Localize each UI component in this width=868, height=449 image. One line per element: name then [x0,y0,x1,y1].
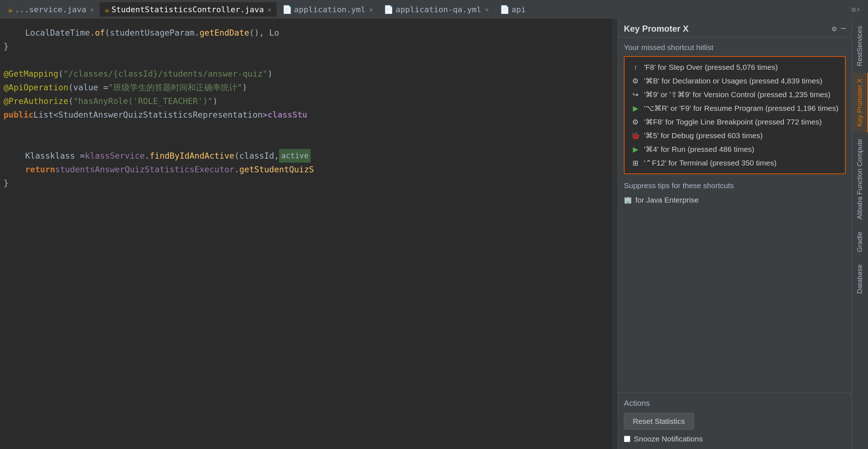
hitlist-item-7: ▶ '⌘4' for Run (pressed 486 times) [625,142,845,156]
tab-service-label: ...service.java [15,5,86,14]
code-line-4: @GetMapping("/classes/{classId}/students… [0,67,618,81]
code-line-7: public List<StudentAnswerQuizStatisticsR… [0,108,618,122]
hitlist-icon-7: ▶ [630,145,640,154]
suppress-title: Suppress tips for these shortcuts [624,181,846,190]
hitlist-text-3: '⌘9' or '⇧⌘9' for Version Control (press… [644,90,830,99]
hitlist-text-6: '⌘5' for Debug (pressed 603 times) [644,131,763,140]
right-tab-alibaba[interactable]: Alibaba Function Compute [852,133,868,225]
hitlist-icon-5: ⚙ [630,118,640,126]
tab-service-icon: ☕ [8,5,13,14]
hitlist-item-1: ↑ 'F8' for Step Over (pressed 5,076 time… [625,60,845,74]
hitlist-icon-8: ⊞ [630,159,640,167]
hitlist-text-1: 'F8' for Step Over (pressed 5,076 times) [644,63,778,72]
suppress-text-1: for Java Enterprise [635,196,699,204]
main-area: LocalDateTime.of(studentUsageParam.getEn… [0,19,868,449]
tab-controller-icon: ☕ [105,5,109,14]
tab-api[interactable]: 📄 api [495,2,531,17]
actions-title: Actions [624,399,846,408]
tab-controller-close[interactable]: × [268,6,271,13]
actions-section: Actions Reset Statistics Snooze Notifica… [618,393,851,449]
suppress-item-1: 🏢 for Java Enterprise [624,194,846,206]
hitlist-text-8: '⌃F12' for Terminal (pressed 350 times) [644,159,777,167]
tab-bar: ☕ ...service.java × ☕ StudentStatisticsC… [0,0,868,19]
right-tabs: RestServices Key Promoter X Alibaba Func… [851,19,868,449]
code-line-11: return studentsAnswerQuizStatisticsExecu… [0,163,618,176]
code-line-5: @ApiOperation(value = "班级学生的答题时间和正确率统计") [0,81,618,94]
hitlist-box: ↑ 'F8' for Step Over (pressed 5,076 time… [624,56,846,174]
hitlist-item-6: 🐞 '⌘5' for Debug (pressed 603 times) [625,129,845,142]
hitlist-text-5: '⌘F8' for Toggle Line Breakpoint (presse… [644,118,822,126]
right-tab-database[interactable]: Database [852,259,868,299]
right-tab-key-promoter-x[interactable]: Key Promoter X [852,73,868,132]
snooze-checkbox[interactable] [624,436,630,442]
suppress-icon-1: 🏢 [624,196,632,204]
hitlist-icon-4: ▶ [630,104,640,113]
hitlist-item-2: ⚙ '⌘B' for Declaration or Usages (presse… [625,74,845,88]
tab-api-label: api [512,5,526,14]
kpx-title: Key Promoter X [624,24,689,34]
suppress-section: Suppress tips for these shortcuts 🏢 for … [624,181,846,206]
hitlist-item-5: ⚙ '⌘F8' for Toggle Line Breakpoint (pres… [625,115,845,129]
hitlist-section-title: Your missed shortcut hitlist [624,43,846,52]
code-line-12: } [0,176,618,190]
snooze-row: Snooze Notifications [624,435,846,443]
code-line-6: @PreAuthorize("hasAnyRole('ROLE_TEACHER'… [0,94,618,108]
snooze-label[interactable]: Snooze Notifications [634,435,703,443]
tab-service-close[interactable]: × [90,6,94,13]
right-tab-rest-services[interactable]: RestServices [852,20,868,72]
kpx-header: Key Promoter X ⚙ ─ [618,19,851,37]
tab-appqayml-close[interactable]: × [485,6,489,13]
tab-appyml[interactable]: 📄 application.yml × [277,2,378,17]
tab-controller-label: StudentStatisticsController.java [111,5,264,14]
hitlist-item-3: ↪ '⌘9' or '⇧⌘9' for Version Control (pre… [625,88,845,101]
tab-appyml-close[interactable]: × [369,6,373,13]
minimize-icon[interactable]: ─ [841,24,846,33]
hitlist-text-4: '⌥⌘R' or 'F9' for Resume Program (presse… [644,104,839,113]
code-line-9 [0,135,618,149]
hitlist-icon-6: 🐞 [630,131,640,140]
breadcrumb-indicator[interactable]: ≡⚡ [847,5,865,14]
code-line-10: Klass klass = klassService.findByIdAndAc… [0,149,618,163]
tab-appyml-label: application.yml [294,5,366,14]
code-line-1: LocalDateTime.of(studentUsageParam.getEn… [0,26,618,40]
reset-statistics-button[interactable]: Reset Statistics [624,413,694,430]
hitlist-text-2: '⌘B' for Declaration or Usages (pressed … [644,77,822,85]
code-line-13 [0,190,618,204]
tab-appqayml-icon: 📄 [384,5,393,14]
tab-appqayml-label: application-qa.yml [396,5,481,14]
kpx-body: Your missed shortcut hitlist ↑ 'F8' for … [618,37,851,393]
kpx-panel: Key Promoter X ⚙ ─ Your missed shortcut … [618,19,851,449]
hitlist-icon-1: ↑ [630,63,640,72]
kpx-header-icons: ⚙ ─ [832,24,846,33]
code-editor[interactable]: LocalDateTime.of(studentUsageParam.getEn… [0,19,618,449]
code-line-3 [0,53,618,67]
hitlist-item-8: ⊞ '⌃F12' for Terminal (pressed 350 times… [625,156,845,170]
scroll-gutter [612,19,618,449]
hitlist-icon-2: ⚙ [630,77,640,85]
code-line-8 [0,122,618,135]
settings-icon[interactable]: ⚙ [832,24,837,33]
code-line-2: } [0,40,618,53]
right-tab-gradle[interactable]: Gradle [852,226,868,258]
hitlist-icon-3: ↪ [630,90,640,99]
tab-controller[interactable]: ☕ StudentStatisticsController.java × [100,2,277,17]
tab-api-icon: 📄 [500,5,510,14]
tab-appqayml[interactable]: 📄 application-qa.yml × [379,2,494,17]
tab-service[interactable]: ☕ ...service.java × [3,2,99,17]
hitlist-item-4: ▶ '⌥⌘R' or 'F9' for Resume Program (pres… [625,101,845,115]
hitlist-text-7: '⌘4' for Run (pressed 486 times) [644,145,754,154]
tab-appyml-icon: 📄 [282,5,292,14]
